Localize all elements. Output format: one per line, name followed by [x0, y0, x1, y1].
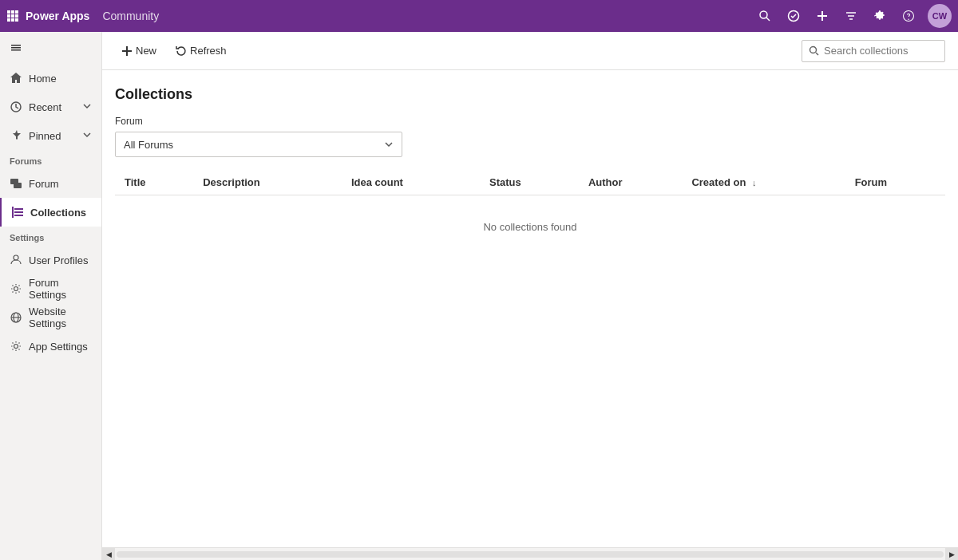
svg-rect-4: [11, 14, 14, 18]
chevron-down-icon-2: [82, 130, 92, 142]
forum-dropdown[interactable]: All Forums: [115, 132, 402, 157]
sidebar-item-app-settings[interactable]: App Settings: [0, 332, 101, 361]
empty-message: No collections found: [115, 195, 945, 259]
svg-line-10: [766, 18, 770, 21]
forum-filter-label: Forum: [115, 116, 945, 127]
svg-point-28: [14, 287, 18, 291]
plus-icon[interactable]: [810, 3, 835, 29]
search-input[interactable]: [824, 45, 936, 57]
col-idea-count: Idea count: [342, 170, 480, 195]
svg-point-35: [810, 47, 817, 53]
user-profiles-icon: [10, 254, 22, 266]
svg-rect-8: [15, 18, 18, 22]
col-author: Author: [579, 170, 683, 195]
svg-rect-1: [11, 10, 14, 14]
scrollbar-track[interactable]: [117, 551, 944, 558]
svg-rect-2: [15, 10, 18, 14]
sidebar-item-user-profiles[interactable]: User Profiles: [0, 246, 101, 274]
sidebar-item-website-settings[interactable]: Website Settings: [0, 303, 101, 332]
svg-rect-13: [817, 15, 827, 17]
sidebar-item-user-profiles-label: User Profiles: [29, 254, 88, 266]
scroll-left-button[interactable]: ◀: [102, 548, 115, 561]
col-forum: Forum: [845, 170, 945, 195]
sidebar-item-home[interactable]: Home: [0, 64, 101, 93]
sort-desc-icon: ↓: [752, 178, 757, 187]
filter-icon[interactable]: [838, 3, 864, 29]
sidebar-item-forum-settings[interactable]: Forum Settings: [0, 274, 101, 303]
main-layout: Home Recent Pinned Forums Forum Collecti…: [0, 32, 958, 560]
sidebar-item-collections[interactable]: Collections: [0, 198, 101, 227]
sidebar-item-forum-label: Forum: [29, 178, 59, 190]
sidebar-item-website-settings-label: Website Settings: [29, 306, 92, 329]
sidebar-item-pinned-label: Pinned: [29, 130, 61, 142]
forum-settings-icon: [10, 282, 22, 295]
svg-rect-7: [11, 18, 14, 22]
col-created-on[interactable]: Created on ↓: [682, 170, 845, 195]
settings-section-label: Settings: [0, 227, 101, 246]
home-icon: [10, 72, 22, 85]
app-settings-icon: [10, 340, 22, 353]
chevron-down-icon: [82, 101, 92, 113]
collections-table: Title Description Idea count Status Auth…: [115, 170, 945, 258]
svg-rect-23: [12, 207, 14, 218]
page-title: Collections: [115, 86, 945, 103]
svg-rect-34: [122, 50, 132, 52]
bottom-scrollbar: ◀ ▶: [102, 547, 958, 560]
sidebar-item-pinned[interactable]: Pinned: [0, 121, 101, 150]
search-icon[interactable]: [752, 3, 778, 29]
help-icon[interactable]: [896, 3, 921, 29]
svg-point-9: [760, 11, 767, 18]
topbar: Power Apps Community CW: [0, 0, 958, 32]
svg-rect-22: [14, 183, 22, 188]
svg-rect-18: [11, 47, 21, 49]
svg-rect-6: [7, 18, 10, 22]
topbar-icons: CW: [752, 3, 952, 29]
svg-rect-5: [15, 14, 18, 18]
forum-dropdown-value: All Forums: [124, 139, 173, 151]
sidebar-item-forum[interactable]: Forum: [0, 169, 101, 198]
svg-rect-0: [7, 10, 10, 14]
sidebar-item-app-settings-label: App Settings: [29, 341, 88, 353]
search-box: [802, 40, 945, 62]
sidebar-item-forum-settings-label: Forum Settings: [29, 277, 92, 301]
empty-row: No collections found: [115, 195, 945, 259]
svg-rect-25: [14, 211, 23, 213]
plus-small-icon: [121, 45, 133, 57]
avatar[interactable]: CW: [928, 4, 952, 28]
col-status: Status: [480, 170, 579, 195]
new-button[interactable]: New: [115, 41, 163, 60]
forums-section-label: Forums: [0, 150, 101, 169]
toolbar: New Refresh: [102, 32, 958, 70]
table-header-row: Title Description Idea count Status Auth…: [115, 170, 945, 195]
collapse-button[interactable]: [0, 32, 101, 64]
svg-rect-19: [11, 49, 21, 51]
grid-icon[interactable]: [6, 10, 19, 22]
refresh-icon: [176, 45, 187, 57]
recent-icon: [10, 101, 22, 113]
sidebar-item-recent[interactable]: Recent: [0, 93, 101, 121]
checkmark-circle-icon[interactable]: [781, 3, 806, 29]
chevron-down-icon-dropdown: [384, 140, 394, 149]
svg-rect-3: [7, 14, 10, 18]
scroll-right-button[interactable]: ▶: [945, 548, 958, 561]
col-description: Description: [193, 170, 342, 195]
section-name: Community: [102, 10, 159, 22]
sidebar-item-collections-label: Collections: [30, 207, 86, 219]
svg-rect-26: [14, 215, 23, 216]
svg-line-36: [816, 53, 818, 55]
table-container: Title Description Idea count Status Auth…: [115, 170, 945, 258]
sidebar: Home Recent Pinned Forums Forum Collecti…: [0, 32, 102, 560]
search-icon-small: [809, 45, 819, 56]
app-name: Power Apps: [26, 10, 89, 22]
collections-icon: [11, 206, 24, 219]
forum-icon: [10, 177, 22, 190]
svg-rect-24: [14, 208, 23, 210]
sidebar-item-home-label: Home: [29, 73, 57, 85]
settings-icon[interactable]: [867, 3, 893, 29]
content-area: New Refresh Collections Forum All Forums: [102, 32, 958, 560]
refresh-button[interactable]: Refresh: [169, 41, 233, 60]
website-settings-icon: [10, 311, 22, 324]
pin-icon: [10, 129, 22, 142]
col-title: Title: [115, 170, 193, 195]
svg-point-32: [14, 345, 18, 349]
